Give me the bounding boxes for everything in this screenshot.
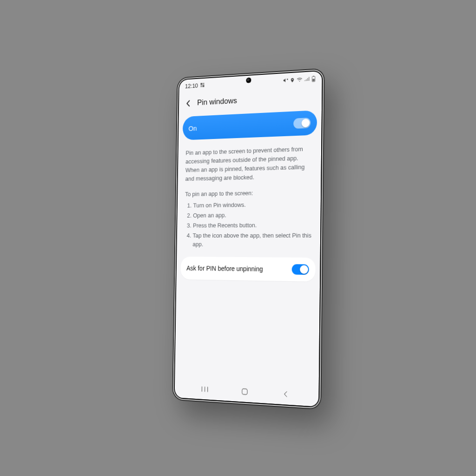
description-paragraph: Pin an app to the screen to prevent othe…: [185, 145, 313, 183]
ask-pin-label: Ask for PIN before unpinning: [186, 264, 263, 273]
ask-pin-toggle-switch[interactable]: [292, 264, 309, 275]
page-title: Pin windows: [197, 96, 237, 107]
howto-step: Tap the icon above the app, then select …: [192, 231, 312, 249]
home-button[interactable]: [236, 387, 254, 396]
pin-windows-master-toggle[interactable]: On: [183, 110, 317, 140]
howto-steps: Turn on Pin windows. Open an app. Press …: [184, 200, 312, 249]
description-block: Pin an app to the screen to prevent othe…: [180, 145, 318, 250]
howto-step: Turn on Pin windows.: [193, 200, 312, 210]
location-icon: [290, 77, 295, 83]
svg-rect-1: [203, 83, 205, 85]
howto-title: To pin an app to the screen:: [185, 188, 313, 199]
svg-rect-2: [201, 85, 203, 87]
mute-icon: [283, 77, 288, 83]
ask-pin-setting[interactable]: Ask for PIN before unpinning: [180, 257, 315, 282]
content-area: On Pin an app to the screen to prevent o…: [175, 107, 322, 385]
recents-button[interactable]: [197, 385, 214, 393]
svg-rect-6: [312, 79, 315, 81]
phone-frame: 12:10: [172, 68, 325, 410]
svg-rect-3: [203, 85, 205, 87]
master-toggle-switch[interactable]: [293, 118, 311, 129]
status-time: 12:10: [185, 83, 198, 90]
howto-step: Open an app.: [193, 210, 312, 220]
signal-icon: [304, 76, 310, 82]
screen: 12:10: [175, 71, 322, 407]
wifi-icon: [297, 77, 303, 82]
nav-back-button[interactable]: [277, 390, 295, 398]
back-button[interactable]: [185, 99, 192, 107]
notification-icon: [200, 82, 205, 89]
master-toggle-label: On: [188, 124, 197, 132]
svg-rect-0: [201, 83, 203, 85]
howto-step: Press the Recents button.: [193, 221, 312, 230]
svg-rect-10: [242, 389, 247, 395]
switch-knob: [300, 265, 308, 274]
switch-knob: [302, 119, 310, 127]
battery-icon: [311, 75, 316, 82]
svg-rect-5: [313, 75, 314, 76]
